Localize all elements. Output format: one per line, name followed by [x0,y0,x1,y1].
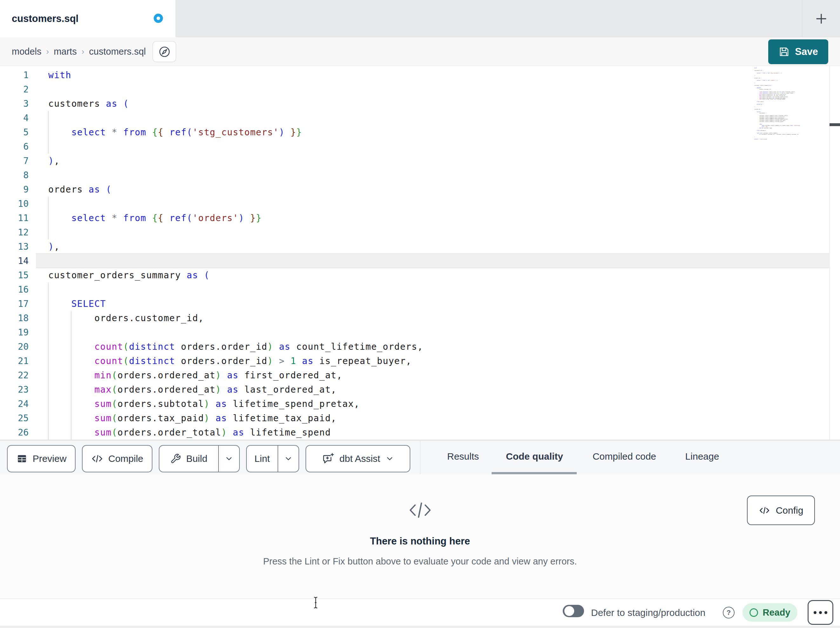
code-line[interactable]: select * from {{ ref('orders') }} [48,211,262,225]
defer-label: Defer to staging/production [591,599,705,627]
code-line[interactable]: with [48,68,71,82]
code-line[interactable]: orders.customer_id, [48,311,204,325]
line-number: 20 [5,340,28,354]
editor-scrollbar[interactable] [829,66,840,440]
line-number: 18 [5,311,28,325]
ready-status-label: Ready [763,607,790,618]
status-badge: Ready [742,603,797,622]
code-line[interactable]: customers as ( [48,96,129,111]
breadcrumb-bar: models › marts › customers.sql Save [0,37,840,66]
build-main[interactable]: Build [159,446,218,472]
text-cursor-pointer [313,596,319,609]
tab-compiled-code-label: Compiled code [593,451,656,462]
current-line-highlight [36,253,829,268]
breadcrumb-item-models[interactable]: models [12,46,42,57]
save-button[interactable]: Save [768,40,828,64]
action-toolbar: Preview Compile Build Lint [0,440,840,474]
unsaved-changes-dot [154,14,163,23]
config-button[interactable]: Config [747,495,815,525]
dbt-assist-label: dbt Assist [339,453,380,464]
results-panel: There is nothing here Press the Lint or … [0,474,840,598]
build-label: Build [186,453,207,464]
indent-guide [71,311,71,440]
tab-lineage-label: Lineage [685,451,719,462]
chevron-down-icon [224,454,234,463]
defer-toggle[interactable] [563,605,584,617]
empty-state-title: There is nothing here [0,536,840,547]
code-line[interactable]: sum(orders.tax_paid) as lifetime_tax_pai… [48,411,336,426]
line-number: 1 [5,68,28,82]
code-line[interactable]: SELECT [48,297,106,311]
build-button[interactable]: Build [159,445,240,472]
breadcrumb-separator: › [42,47,54,57]
code-line[interactable]: sum(orders.subtotal) as lifetime_spend_p… [48,397,360,411]
code-line[interactable]: ), [48,239,60,254]
tab-title: customers.sql [12,13,79,24]
code-line[interactable]: sum(orders.order_total) as lifetime_spen… [48,426,331,440]
lint-main[interactable]: Lint [247,446,278,472]
toolbar-divider [420,441,420,474]
tab-results[interactable]: Results [439,441,488,472]
tab-customers-sql[interactable]: customers.sql [0,0,176,37]
dbt-assist-button[interactable]: dbt Assist [306,445,410,472]
line-number: 15 [5,268,28,282]
ellipsis-icon [824,611,827,614]
overflow-menu-button[interactable] [808,600,833,625]
code-line[interactable]: ), [48,154,60,168]
breadcrumb: models › marts › customers.sql [12,37,146,66]
breadcrumb-item-marts[interactable]: marts [54,46,77,57]
ellipsis-icon [819,611,822,614]
breadcrumb-separator: › [77,47,89,57]
code-line[interactable]: count(distinct orders.order_id) > 1 as i… [48,354,412,368]
line-number: 24 [5,397,28,411]
new-tab-button[interactable] [802,0,840,37]
indent-guide [48,111,49,154]
lint-button[interactable]: Lint [246,445,299,472]
chevron-down-icon [284,454,293,463]
line-number: 22 [5,368,28,383]
assist-chat-sparkle-icon [322,452,335,465]
preview-button[interactable]: Preview [7,445,76,472]
line-number: 14 [5,254,28,268]
plus-icon [814,11,829,26]
line-number: 8 [5,168,28,182]
lineage-compass-button[interactable] [152,41,176,62]
code-editor[interactable]: 1234567891011121314151617181920212223242… [0,66,840,440]
preview-label: Preview [33,453,67,464]
code-line[interactable]: count(distinct orders.order_id) as count… [48,340,423,354]
code-line[interactable]: max(orders.ordered_at) as last_ordered_a… [48,383,336,397]
breadcrumb-item-file[interactable]: customers.sql [89,46,146,57]
tab-lineage[interactable]: Lineage [675,441,729,472]
compile-label: Compile [108,453,143,464]
minimap[interactable]: withcustomers as ( select * from {{ ref(… [754,68,828,140]
help-icon[interactable]: ? [723,607,734,619]
line-number: 5 [5,125,28,139]
lint-dropdown-toggle[interactable] [278,446,298,472]
config-label: Config [776,505,804,516]
code-line[interactable]: orders as ( [48,182,112,197]
tab-code-quality[interactable]: Code quality [496,441,573,472]
code-line[interactable]: customer_orders_summary as ( [48,268,210,282]
line-number: 11 [5,211,28,225]
code-icon [759,506,770,515]
empty-state-subtitle: Press the Lint or Fix button above to ev… [0,556,840,567]
code-line[interactable]: select * from {{ ref('stg_customers') }} [48,125,302,139]
tab-compiled-code[interactable]: Compiled code [583,441,666,472]
compass-icon [158,45,171,59]
indent-guide [48,197,49,239]
scrollbar-marker[interactable] [829,123,840,126]
status-bar: Defer to staging/production ? Ready [0,598,840,626]
build-dropdown-toggle[interactable] [218,446,239,472]
line-number: 26 [5,426,28,440]
indent-guide [48,282,49,440]
compile-button[interactable]: Compile [82,445,152,472]
line-number: 23 [5,383,28,397]
line-number: 25 [5,411,28,426]
line-number: 19 [5,325,28,340]
minimap-line: select * from joined [754,139,828,140]
line-number: 3 [5,96,28,111]
ready-status-icon [750,608,758,617]
line-number: 9 [5,182,28,197]
save-floppy-icon [778,46,790,57]
code-line[interactable]: min(orders.ordered_at) as first_ordered_… [48,368,343,383]
